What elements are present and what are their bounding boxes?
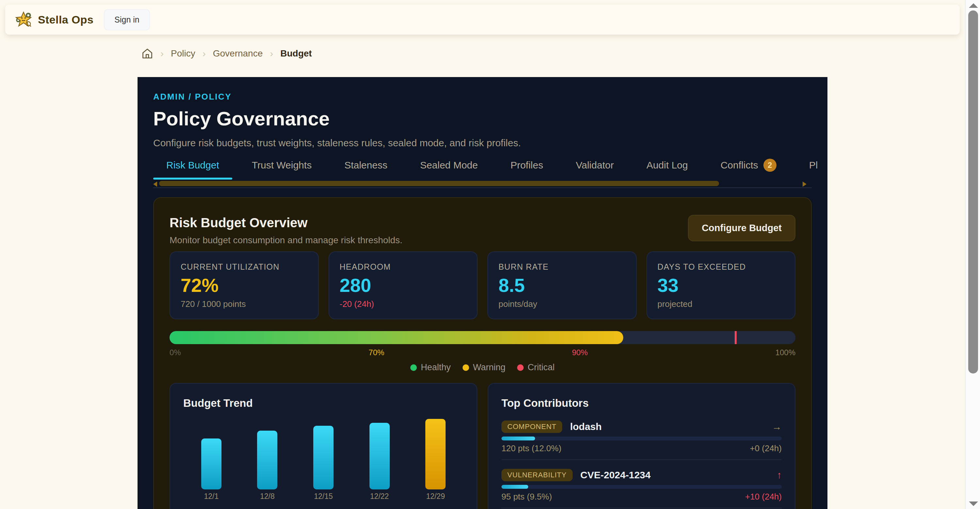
tab-risk-budget[interactable]: Risk Budget — [153, 154, 232, 179]
chart-bar — [313, 426, 334, 489]
policy-governance-panel: ADMIN / POLICY Policy Governance Configu… — [137, 77, 827, 509]
card-title: Risk Budget Overview — [170, 215, 402, 230]
chart-bar-column — [369, 423, 390, 489]
stat-value: 33 — [657, 276, 785, 295]
list-item[interactable]: COMPONENT lodash → 120 pts (12.0%) +0 (2… — [501, 420, 782, 460]
stat-sub: points/day — [498, 299, 625, 309]
x-tick-label: 12/29 — [416, 492, 455, 501]
contributors-list: COMPONENT lodash → 120 pts (12.0%) +0 (2… — [501, 420, 782, 509]
configure-budget-button[interactable]: Configure Budget — [688, 215, 795, 241]
stat-label: HEADROOM — [340, 262, 467, 272]
tab-sealed-mode[interactable]: Sealed Mode — [407, 154, 491, 179]
chart-x-axis-labels: 12/1 12/8 12/15 12/22 12/29 — [183, 492, 463, 501]
tab-label: Staleness — [344, 160, 387, 171]
utilization-fill — [170, 331, 623, 344]
scrollbar-thumb[interactable] — [968, 10, 978, 374]
risk-budget-overview-card: Risk Budget Overview Monitor budget cons… — [153, 197, 812, 509]
list-title: Top Contributors — [501, 397, 782, 410]
contributor-points: 120 pts (12.0%) — [501, 444, 562, 453]
stat-headroom: HEADROOM 280 -20 (24h) — [329, 251, 478, 319]
tab-audit-log[interactable]: Audit Log — [633, 154, 701, 179]
chart-bar — [201, 438, 221, 489]
scale-label-0: 0% — [170, 348, 181, 357]
scroll-up-arrow-icon[interactable] — [969, 3, 978, 8]
scale-label-90: 90% — [572, 348, 588, 357]
up-arrow-icon[interactable]: ↑ — [777, 469, 782, 480]
vertical-scrollbar[interactable] — [965, 0, 980, 509]
stat-current-utilization: CURRENT UTILIZATION 72% 720 / 1000 point… — [170, 251, 319, 319]
tab-conflicts[interactable]: Conflicts 2 — [708, 154, 789, 179]
healthy-dot-icon — [410, 365, 417, 371]
contributor-points: 95 pts (9.5%) — [501, 492, 552, 501]
list-item[interactable]: VULNERABILITY CVE-2024-1234 ↑ 95 pts (9.… — [501, 468, 782, 508]
tab-label: Validator — [576, 160, 614, 171]
tabs-horizontal-scrollbar[interactable] — [153, 181, 812, 187]
tab-profiles[interactable]: Profiles — [498, 154, 556, 179]
critical-threshold-marker — [735, 331, 737, 344]
tab-label: Trust Weights — [252, 160, 312, 171]
chart-bar — [369, 423, 390, 489]
legend-label: Critical — [528, 362, 555, 373]
scroll-left-arrow-icon[interactable] — [153, 182, 157, 187]
x-tick-label: 12/1 — [192, 492, 231, 501]
chart-bar-column — [201, 438, 221, 489]
contribution-track — [501, 485, 782, 489]
stat-label: BURN RATE — [498, 262, 625, 272]
scroll-down-arrow-icon[interactable] — [969, 501, 978, 506]
breadcrumb-item-governance[interactable]: Governance — [213, 48, 263, 59]
budget-trend-card: Budget Trend 12/1 12/8 12/15 12/22 12/29 — [170, 383, 477, 509]
stat-value: 72% — [181, 276, 308, 295]
scale-label-100: 100% — [775, 348, 795, 357]
chart-bar-column — [425, 419, 445, 489]
card-subtitle: Monitor budget consumption and manage ri… — [170, 235, 402, 246]
tab-trust-weights[interactable]: Trust Weights — [239, 154, 325, 179]
tab-label: Profiles — [511, 160, 543, 171]
scroll-right-arrow-icon[interactable] — [803, 182, 807, 187]
scale-label-70: 70% — [369, 348, 384, 357]
page-title: Policy Governance — [153, 107, 812, 131]
status-legend: Healthy Warning Critical — [170, 362, 795, 373]
tab-clipped[interactable]: Pl — [796, 154, 827, 179]
home-icon[interactable] — [142, 48, 153, 59]
warning-dot-icon — [463, 365, 469, 371]
scrollbar-thumb[interactable] — [159, 181, 719, 186]
chevron-separator-icon: › — [161, 48, 164, 59]
legend-label: Warning — [473, 362, 506, 373]
chart-bar — [257, 431, 277, 489]
stat-value: 280 — [340, 276, 467, 295]
right-arrow-icon[interactable]: → — [772, 421, 782, 432]
budget-trend-chart — [183, 416, 463, 489]
budget-utilization-bar — [170, 331, 795, 344]
breadcrumb-item-policy[interactable]: Policy — [171, 48, 195, 59]
tab-validator[interactable]: Validator — [563, 154, 627, 179]
stat-sub: 720 / 1000 points — [181, 299, 308, 309]
tab-label: Audit Log — [646, 160, 688, 171]
top-contributors-card: Top Contributors COMPONENT lodash → — [488, 383, 795, 509]
contributor-delta: +10 (24h) — [745, 492, 782, 501]
legend-healthy: Healthy — [410, 362, 451, 373]
legend-label: Healthy — [421, 362, 451, 373]
utilization-scale-labels: 0% 70% 90% 100% — [170, 348, 795, 357]
conflicts-count-badge: 2 — [764, 159, 776, 172]
chart-bar — [425, 419, 445, 489]
browser-viewport: Stella Ops Sign in › Policy › Governance… — [0, 0, 965, 509]
type-badge: VULNERABILITY — [501, 469, 573, 481]
chevron-separator-icon: › — [270, 48, 273, 59]
tab-bar: Risk Budget Trust Weights Staleness Seal… — [153, 154, 827, 179]
tab-staleness[interactable]: Staleness — [331, 154, 401, 179]
tab-label: Risk Budget — [166, 160, 219, 171]
critical-dot-icon — [517, 365, 523, 371]
brand-name: Stella Ops — [38, 13, 94, 26]
stat-sub: -20 (24h) — [340, 299, 467, 309]
divider — [501, 508, 782, 508]
legend-critical: Critical — [517, 362, 555, 373]
divider — [501, 459, 782, 460]
tab-label: Sealed Mode — [420, 160, 478, 171]
tab-label: Pl — [809, 160, 818, 171]
chart-bar-column — [313, 426, 334, 489]
stat-label: CURRENT UTILIZATION — [181, 262, 308, 272]
stat-label: DAYS TO EXCEEDED — [657, 262, 785, 272]
sign-in-button[interactable]: Sign in — [104, 9, 150, 30]
tab-label: Conflicts — [721, 160, 758, 171]
x-tick-label: 12/15 — [304, 492, 343, 501]
